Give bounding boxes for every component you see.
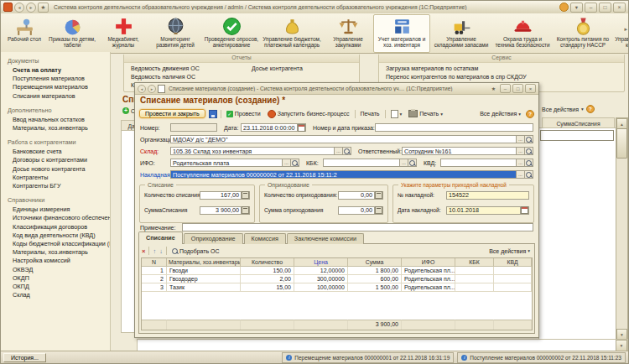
report-os-availability-link[interactable]: Ведомость наличия ОС xyxy=(131,73,230,81)
receipt-sum-field[interactable]: 0,00 xyxy=(338,206,375,215)
invoice-open-button[interactable] xyxy=(525,170,533,179)
writeoff-sum-field[interactable]: 3 900,00 xyxy=(200,206,242,215)
section-haccp[interactable]: Контроль питания по стандарту HACCP xyxy=(553,14,613,53)
dialog-all-actions-button[interactable]: Все действия ▾ xyxy=(478,110,522,117)
warehouse-field[interactable]: 105.36 Склад хоз инвентаря xyxy=(170,147,335,155)
table-row[interactable]: 1 Гвозди 150,00 12,00000 1 800,00 Родите… xyxy=(142,267,532,275)
print-button[interactable]: Печать xyxy=(359,110,382,117)
kbk-field[interactable] xyxy=(323,159,400,167)
table-row[interactable]: 2 Гвоздодер 2,00 300,00000 600,00 Родите… xyxy=(142,275,532,283)
sidebar-item-okdp[interactable]: ОКДП xyxy=(8,274,110,283)
receipt-qty-calc-button[interactable] xyxy=(375,191,383,200)
ifo-open-button[interactable] xyxy=(291,159,299,167)
ifo-select-button[interactable]: ... xyxy=(283,159,291,167)
service-load-materials-link[interactable]: Загрузка материалов по остаткам xyxy=(386,65,527,73)
sidebar-item-material-receipts[interactable]: Поступления материалов xyxy=(8,75,110,83)
move-up-icon[interactable]: ↑ xyxy=(153,247,156,255)
grid-all-actions-button[interactable]: Все действия ▾ xyxy=(487,247,532,255)
sidebar-item-opening-balances[interactable]: Ввод начальных остатков xyxy=(8,116,110,124)
sidebar-item-contracts[interactable]: Договоры с контрагентами xyxy=(8,156,110,164)
dialog-help-icon[interactable]: ? xyxy=(526,110,534,118)
writeoff-qty-field[interactable]: 167,00 xyxy=(200,191,242,200)
bg-vertical-scrollbar[interactable]: ▴ ▾ xyxy=(616,117,628,341)
sections-scroll-icon[interactable]: ▸ xyxy=(624,26,627,33)
help-icon[interactable]: ? xyxy=(586,105,595,113)
section-surveys[interactable]: Проведение опросов, анкетирование xyxy=(202,14,261,53)
writeoff-qty-calc-button[interactable] xyxy=(242,191,250,200)
tab-commission[interactable]: Комиссия xyxy=(244,233,286,244)
report-os-movement-link[interactable]: Ведомость движения ОС xyxy=(131,65,230,73)
responsible-open-button[interactable] xyxy=(525,147,533,155)
section-safety[interactable]: Охрана труда и техника безопасности xyxy=(492,14,553,53)
tab-writeoff[interactable]: Списание xyxy=(138,231,183,244)
date-calendar-button[interactable] xyxy=(298,123,306,132)
section-warehouse[interactable]: Управление складскими запасами xyxy=(430,14,492,53)
sidebar-item-units[interactable]: Единицы измерения xyxy=(8,205,110,214)
section-orders[interactable]: Приказы по детям, табели xyxy=(46,14,98,53)
kvd-select-button[interactable]: ... xyxy=(517,159,525,167)
date-field[interactable]: 23.11.2018 0:00:00 xyxy=(241,123,298,132)
responsible-select-button[interactable]: ... xyxy=(517,147,525,155)
dialog-close-button[interactable]: × xyxy=(525,84,536,93)
col-sum[interactable]: Сумма xyxy=(348,258,402,267)
section-procurement[interactable]: Управление закупками xyxy=(323,14,373,53)
col-kvd[interactable]: КВД xyxy=(494,258,532,267)
print-menu-button[interactable]: Печать ▾ xyxy=(407,109,444,118)
sidebar-item-material-moves[interactable]: Перемещения материалов xyxy=(8,83,110,91)
table-row[interactable]: 3 Тазик 15,00 100,00000 1 500,00 Родител… xyxy=(142,283,532,292)
sidebar-item-commissions[interactable]: Настройка комиссий xyxy=(8,257,110,265)
app-menu-icon[interactable] xyxy=(3,3,13,12)
col-n[interactable]: N xyxy=(142,258,167,267)
sidebar-item-materials-inventory[interactable]: Материалы, хоз.инвентарь xyxy=(8,124,110,133)
save-icon[interactable] xyxy=(209,110,217,118)
kbk-open-button[interactable] xyxy=(408,159,417,167)
bg-all-actions[interactable]: Все действия ▾ ? xyxy=(542,105,595,113)
col-price[interactable]: Цена xyxy=(294,258,348,267)
sidebar-item-okved[interactable]: ОКВЭД xyxy=(8,266,110,274)
writeoff-sum-calc-button[interactable] xyxy=(242,206,250,215)
col-material[interactable]: Материалы, хоз.инвентарь xyxy=(167,258,241,267)
run-business-process-button[interactable]: Запустить бизнес-процесс xyxy=(266,109,351,119)
minimize-button[interactable]: – xyxy=(585,3,597,13)
sidebar-item-materials-catalog[interactable]: Материалы, хоз.инвентарь xyxy=(8,248,110,257)
status-item-receipt[interactable]: i Поступление материалов 000000002 от 22… xyxy=(457,352,626,363)
section-medical[interactable]: Медкабинет, журналы xyxy=(98,14,148,53)
number-field[interactable] xyxy=(170,123,217,132)
sidebar-item-kvd[interactable]: Код вида деятельности (КВД) xyxy=(8,231,110,240)
sidebar-item-material-writeoffs[interactable]: Списания материалов xyxy=(8,92,110,101)
section-desktop[interactable]: Рабочий стол xyxy=(3,14,46,53)
user-icon[interactable] xyxy=(559,3,569,12)
warehouse-select-button[interactable]: ... xyxy=(335,147,343,155)
kbk-select-button[interactable]: ... xyxy=(400,159,408,167)
sidebar-item-counterparties-bgu[interactable]: Контрагенты БГУ xyxy=(8,182,110,190)
tab-receipt[interactable]: Оприходование xyxy=(184,233,243,244)
dialog-forward-icon[interactable]: ▸ xyxy=(148,85,156,93)
section-nutrition[interactable]: Управление питанием, контроль диет xyxy=(613,14,628,53)
print-form-menu-button[interactable]: ▾ xyxy=(389,109,404,119)
sidebar-item-financing-sources[interactable]: Источники финансового обеспечения xyxy=(8,214,110,222)
dialog-maximize-button[interactable]: □ xyxy=(512,84,523,93)
col-kbk[interactable]: КБК xyxy=(455,258,494,267)
bookmark-icon[interactable]: ★ xyxy=(38,3,49,13)
service-transfer-counterparties-link[interactable]: Перенос контрагентов по материалов в спр… xyxy=(386,73,527,81)
move-down-icon[interactable]: ↓ xyxy=(159,247,163,255)
bg-list-current-row[interactable] xyxy=(540,130,614,141)
order-field[interactable] xyxy=(375,123,533,132)
favorite-star-icon[interactable]: ★ xyxy=(489,85,498,92)
post-button[interactable]: ✓ Провести xyxy=(225,110,263,118)
history-button[interactable]: История... xyxy=(3,353,46,362)
post-and-close-button[interactable]: Провести и закрыть xyxy=(139,109,205,118)
combo-dropdown-icon[interactable]: ▾ xyxy=(616,340,627,351)
col-ifo[interactable]: ИФО xyxy=(402,258,455,267)
note-field[interactable] xyxy=(182,223,533,231)
dialog-back-icon[interactable]: ◂ xyxy=(138,85,146,93)
kvd-open-button[interactable] xyxy=(525,159,533,167)
kvd-field[interactable] xyxy=(440,159,517,167)
invoice-field[interactable]: Поступление материалов 000000002 от 22.1… xyxy=(170,170,517,179)
col-quantity[interactable]: Количество xyxy=(241,258,294,267)
bg-create-button[interactable]: + Создать xyxy=(122,107,134,114)
warehouse-open-button[interactable] xyxy=(343,147,351,155)
maximize-button[interactable]: □ xyxy=(599,3,611,13)
organization-field[interactable]: МДОАУ д/с "ДЕМО" xyxy=(170,135,517,143)
section-materials[interactable]: Учет материалов и хоз. инвентаря xyxy=(373,14,430,53)
